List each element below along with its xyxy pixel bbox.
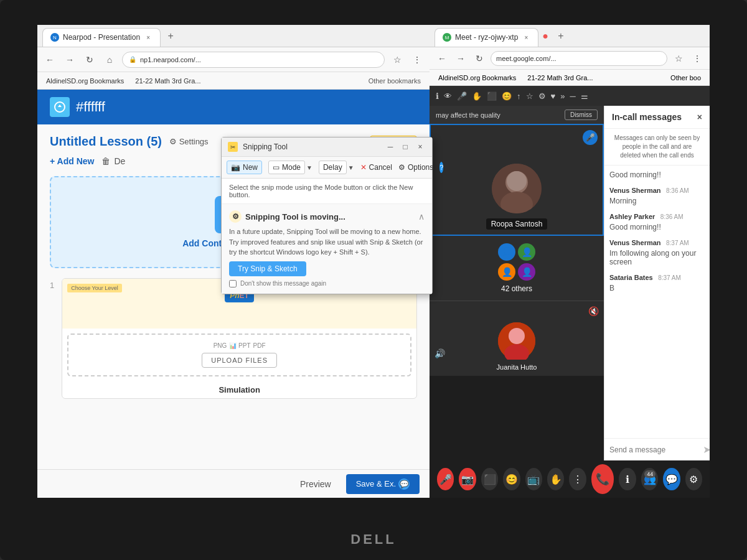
save-button[interactable]: Save & Ex. 💬 bbox=[346, 474, 420, 494]
chat-close-btn[interactable]: × bbox=[697, 112, 702, 122]
chat-text-1: Good morning!! bbox=[609, 170, 705, 179]
forward-btn[interactable]: → bbox=[62, 52, 77, 67]
snip-options-label: Options bbox=[408, 163, 433, 172]
new-tab-btn[interactable]: + bbox=[163, 29, 178, 44]
roopa-name: Roopa Santosh bbox=[486, 218, 548, 230]
end-call-btn[interactable]: 📞 bbox=[591, 464, 614, 494]
upload-button[interactable]: UPLOAD FILES bbox=[202, 353, 277, 368]
meet-bookmark-star[interactable]: ☆ bbox=[671, 51, 686, 66]
meet-forward-btn[interactable]: → bbox=[453, 51, 468, 66]
bookmark-3[interactable]: Other bookmarks bbox=[365, 76, 425, 86]
star-icon[interactable]: ☆ bbox=[526, 91, 533, 101]
meet-refresh-btn[interactable]: ↻ bbox=[472, 51, 487, 66]
meet-tab-close-btn[interactable]: × bbox=[522, 33, 530, 42]
stop-video-btn[interactable]: 📷 bbox=[459, 468, 476, 490]
snip-window-controls: ─ □ × bbox=[385, 141, 426, 152]
volume-icon: 🔊 bbox=[435, 348, 445, 358]
simulation-label: Simulation bbox=[62, 381, 416, 398]
refresh-btn[interactable]: ↻ bbox=[82, 52, 97, 67]
lesson-title: Untitled Lesson (5) bbox=[50, 134, 162, 149]
snip-notif-title: ⚙ Snipping Tool is moving... bbox=[229, 210, 345, 223]
meet-tab[interactable]: M Meet - ryz-ojwy-xtp × bbox=[435, 28, 538, 47]
share-icon[interactable]: ↑ bbox=[517, 91, 521, 101]
chat-text-5: B bbox=[609, 284, 705, 292]
eye-icon[interactable]: 👁 bbox=[444, 91, 452, 101]
time-4: 8:37 AM bbox=[666, 240, 689, 246]
snip-notif-title-text: Snipping Tool is moving... bbox=[245, 212, 345, 222]
mute-mic-btn[interactable]: 🎤 bbox=[437, 468, 454, 490]
dismiss-button[interactable]: Dismiss bbox=[565, 110, 598, 120]
bookmark-2[interactable]: 21-22 Math 3rd Gra... bbox=[131, 76, 204, 86]
meet-bookmark-2[interactable]: 21-22 Math 3rd Gra... bbox=[524, 73, 596, 83]
meet-address-bar[interactable]: meet.google.com/... bbox=[491, 51, 667, 66]
minimize-icon[interactable]: ─ bbox=[570, 91, 575, 101]
settings-bars-icon[interactable]: ⚌ bbox=[581, 91, 588, 101]
snip-mode-btn[interactable]: ▭ Mode bbox=[268, 161, 305, 174]
snip-minimize-btn[interactable]: ─ bbox=[385, 141, 396, 152]
present-btn[interactable]: 📺 bbox=[525, 468, 542, 490]
captions-icon[interactable]: ⬛ bbox=[487, 91, 497, 101]
meet-browser-menu[interactable]: ⋮ bbox=[690, 51, 705, 66]
nearpod-logo-text: #ffffff bbox=[76, 99, 105, 115]
sender-3: Ashley Parker bbox=[609, 213, 655, 220]
more-icon[interactable]: » bbox=[560, 91, 565, 101]
nearpod-favicon: N bbox=[50, 33, 59, 42]
meet-new-tab-btn[interactable]: + bbox=[553, 29, 568, 44]
heart-icon[interactable]: ♥ bbox=[551, 91, 556, 101]
snip-cancel-btn[interactable]: ✕ Cancel bbox=[360, 163, 392, 172]
send-arrow-icon[interactable]: ➤ bbox=[703, 444, 710, 455]
sender-4: Venus Sherman bbox=[609, 239, 661, 246]
snip-maximize-btn[interactable]: □ bbox=[400, 141, 411, 152]
info-people-btn[interactable]: ℹ bbox=[619, 468, 636, 490]
snip-new-button[interactable]: 📷 New bbox=[227, 161, 262, 174]
tab-close-btn[interactable]: × bbox=[144, 33, 153, 42]
snip-close-btn[interactable]: × bbox=[415, 141, 426, 152]
participants-btn[interactable]: 👥 44 bbox=[641, 468, 658, 490]
chat-panel: In-call messages × Messages can only be … bbox=[604, 106, 710, 460]
meet-titlebar: M Meet - ryz-ojwy-xtp × ● + bbox=[430, 25, 710, 47]
home-btn[interactable]: ⌂ bbox=[102, 52, 117, 67]
emoji-reaction-btn[interactable]: 😊 bbox=[503, 468, 520, 490]
time-2: 8:36 AM bbox=[666, 187, 689, 194]
add-new-button[interactable]: + Add New bbox=[50, 156, 94, 166]
more-options-btn[interactable]: ⋮ bbox=[569, 468, 586, 490]
browser-menu[interactable]: ⋮ bbox=[410, 52, 425, 67]
hand-icon[interactable]: ✋ bbox=[472, 91, 482, 101]
snip-dont-show-checkbox[interactable] bbox=[229, 280, 237, 287]
snip-delay-dropdown[interactable]: Delay ▼ bbox=[319, 161, 354, 174]
mic-ctrl-icon[interactable]: 🎤 bbox=[457, 91, 467, 101]
nearpod-tab[interactable]: N Nearpod - Presentation × bbox=[42, 28, 161, 47]
chat-btn[interactable]: 💬 bbox=[663, 468, 680, 490]
info-icon[interactable]: ℹ bbox=[436, 91, 439, 101]
snip-new-label: New bbox=[243, 163, 258, 172]
delete-button[interactable]: 🗑 De bbox=[101, 156, 125, 166]
preview-button[interactable]: Preview bbox=[291, 475, 340, 493]
captions-btn[interactable]: ⬛ bbox=[481, 468, 498, 490]
bookmark-star[interactable]: ☆ bbox=[390, 52, 405, 67]
meet-bookmark-3[interactable]: Other boo bbox=[667, 73, 705, 83]
try-snip-sketch-button[interactable]: Try Snip & Sketch bbox=[229, 261, 306, 276]
snip-mode-dropdown[interactable]: ▭ Mode ▼ bbox=[268, 161, 312, 174]
snip-options-btn[interactable]: ⚙ Options bbox=[398, 163, 433, 172]
upload-area: PNG 📊 PPT PDF UPLOAD FILES bbox=[67, 334, 411, 376]
mini-avatar-2: 👤 bbox=[518, 243, 535, 261]
gear-ctrl-icon[interactable]: ⚙ bbox=[538, 91, 546, 101]
raise-hand-btn[interactable]: ✋ bbox=[547, 468, 564, 490]
activities-btn[interactable]: ⚙ bbox=[685, 468, 702, 490]
chat-message-1: Good morning!! bbox=[609, 170, 705, 179]
emoji-icon[interactable]: 😊 bbox=[502, 91, 512, 101]
snip-checkbox-row: Don't show this message again bbox=[229, 280, 425, 287]
nearpod-address-bar[interactable]: 🔒 np1.nearpod.com/... bbox=[122, 52, 385, 68]
back-btn[interactable]: ← bbox=[42, 52, 57, 67]
settings-link[interactable]: ⚙ Settings bbox=[169, 137, 209, 146]
meet-bookmark-1[interactable]: AldinelSD.org Bookmarks bbox=[435, 73, 520, 83]
snip-cancel-label: Cancel bbox=[369, 163, 392, 172]
slide-number: 1 bbox=[50, 278, 54, 399]
bookmark-1[interactable]: AldinelSD.org Bookmarks bbox=[42, 76, 128, 86]
slide-area: 1 Choose Your Level PhET PNG bbox=[50, 278, 417, 399]
chat-message-input[interactable] bbox=[609, 446, 703, 454]
meet-back-btn[interactable]: ← bbox=[435, 51, 449, 66]
mini-avatar-1: 👤 bbox=[498, 243, 515, 261]
snip-delay-btn[interactable]: Delay bbox=[319, 161, 347, 174]
snip-notif-collapse-btn[interactable]: ∧ bbox=[418, 212, 425, 222]
